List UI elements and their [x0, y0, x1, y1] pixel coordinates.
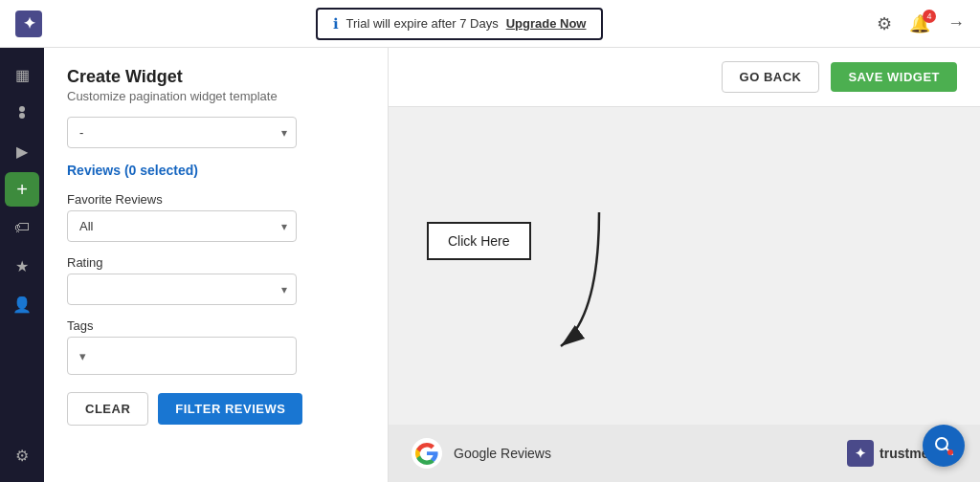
go-back-button[interactable]: GO BACK [722, 61, 820, 93]
app-logo: ✦ [15, 11, 42, 37]
trial-banner: ℹ Trial will expire after 7 Days Upgrade… [316, 8, 604, 40]
favorite-reviews-label: Favorite Reviews [67, 192, 365, 207]
right-panel-header: GO BACK SAVE WIDGET [389, 48, 980, 107]
topbar: ✦ ℹ Trial will expire after 7 Days Upgra… [0, 0, 980, 48]
sidebar: ▦ ▶ + 🏷 ★ 👤 ⚙ [0, 48, 44, 482]
trustmetrics-icon: ✦ [847, 440, 874, 467]
fab-search-button[interactable] [923, 425, 965, 467]
favorite-reviews-select[interactable]: All Favorites Only [67, 210, 297, 242]
sidebar-item-more[interactable]: ⚙ [5, 438, 39, 472]
favorite-reviews-select-wrapper[interactable]: All Favorites Only ▾ [67, 210, 297, 242]
click-here-callout: Click Here [427, 222, 531, 260]
svg-point-0 [19, 106, 25, 112]
tags-field: Tags ▾ [67, 318, 365, 375]
reviews-heading: Reviews (0 selected) [67, 162, 365, 179]
logout-button[interactable]: → [947, 13, 965, 33]
svg-point-1 [19, 113, 25, 119]
content-area: Create Widget Customize pagination widge… [44, 48, 980, 482]
sidebar-item-layers[interactable] [5, 96, 39, 130]
filter-button-row: CLEAR FILTER REVIEWS [67, 392, 365, 426]
sidebar-item-send[interactable]: ▶ [5, 134, 39, 168]
chevron-down-icon: ▾ [79, 349, 86, 363]
google-reviews-left: Google Reviews [412, 438, 551, 469]
main-layout: ▦ ▶ + 🏷 ★ 👤 ⚙ Create Widget Customize pa… [0, 48, 980, 482]
tags-label: Tags [67, 318, 365, 333]
svg-point-6 [947, 449, 953, 455]
save-widget-button[interactable]: SAVE WIDGET [831, 62, 957, 92]
arrow-indicator [542, 203, 657, 356]
notification-badge: 4 [923, 10, 936, 23]
rating-select[interactable]: All 5 Stars 4 Stars 3 Stars [67, 274, 297, 305]
sidebar-item-grid[interactable]: ▦ [5, 57, 39, 92]
settings-button[interactable]: ⚙ [877, 13, 892, 34]
rating-select-wrapper[interactable]: All 5 Stars 4 Stars 3 Stars ▾ [67, 274, 297, 305]
tags-input[interactable]: ▾ [67, 337, 297, 375]
google-logo [412, 438, 442, 469]
rating-label: Rating [67, 255, 365, 270]
notifications-button[interactable]: 🔔 4 [909, 13, 930, 34]
panel-subtitle: Customize pagination widget template [67, 89, 365, 103]
right-panel: GO BACK SAVE WIDGET Click Here [389, 48, 980, 482]
pagination-dropdown-wrapper[interactable]: - ▾ [67, 117, 297, 148]
upgrade-link[interactable]: Upgrade Now [506, 16, 587, 31]
preview-area: Click Here [389, 107, 980, 482]
google-reviews-bar: Google Reviews ✦ trustmetrics [389, 425, 980, 482]
sidebar-item-bookmark[interactable]: 🏷 [5, 210, 39, 245]
svg-point-4 [936, 438, 947, 449]
rating-field: Rating All 5 Stars 4 Stars 3 Stars ▾ [67, 255, 365, 305]
favorite-reviews-field: Favorite Reviews All Favorites Only ▾ [67, 192, 365, 242]
sidebar-item-add[interactable]: + [5, 172, 39, 207]
clear-button[interactable]: CLEAR [67, 392, 148, 426]
sidebar-item-star[interactable]: ★ [5, 249, 39, 283]
left-panel: Create Widget Customize pagination widge… [44, 48, 389, 482]
filter-reviews-button[interactable]: FILTER REVIEWS [158, 393, 302, 425]
panel-title: Create Widget [67, 67, 365, 87]
sidebar-item-people[interactable]: 👤 [5, 287, 39, 321]
topbar-actions: ⚙ 🔔 4 → [877, 13, 965, 34]
google-reviews-label: Google Reviews [454, 446, 551, 461]
pagination-select[interactable]: - [67, 117, 297, 148]
